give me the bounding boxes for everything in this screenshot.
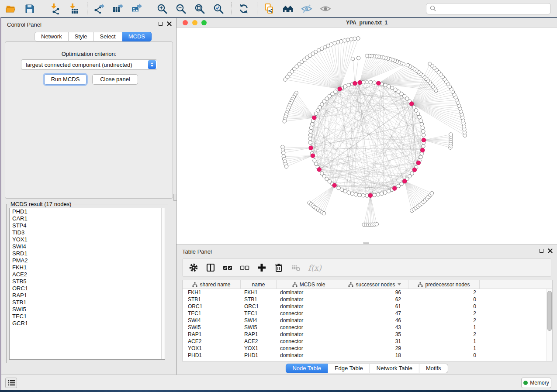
float-panel-icon[interactable] xyxy=(540,249,543,253)
table-cell[interactable]: ACE2 xyxy=(183,338,241,345)
mcds-hub-node[interactable] xyxy=(317,168,322,172)
network-node[interactable] xyxy=(419,155,422,159)
column-header-successor-nodes[interactable]: successor nodes xyxy=(341,280,408,289)
network-node[interactable] xyxy=(358,193,361,197)
table-cell[interactable]: STB1 xyxy=(241,296,277,303)
first-neighbors-icon[interactable] xyxy=(282,3,294,14)
mcds-hub-node[interactable] xyxy=(332,183,337,188)
table-cell[interactable]: 43 xyxy=(341,324,408,331)
table-cell[interactable]: connector xyxy=(277,338,341,345)
network-node[interactable] xyxy=(361,194,365,197)
network-node[interactable] xyxy=(339,40,343,43)
network-node[interactable] xyxy=(353,37,356,41)
mcds-hub-node[interactable] xyxy=(353,81,357,86)
table-cell[interactable]: YOX1 xyxy=(241,345,277,352)
table-row[interactable]: FKH1FKH1dominator962 xyxy=(183,289,547,296)
mcds-hub-node[interactable] xyxy=(421,148,425,152)
table-cell[interactable]: 2 xyxy=(408,331,480,338)
network-node[interactable] xyxy=(309,126,313,129)
table-scrollbar[interactable] xyxy=(547,289,552,361)
table-cell[interactable]: RAP1 xyxy=(183,331,241,338)
mcds-result-list[interactable]: PHD1CAR1STP4TID3YOX1SWI4SRD1PMA2FKH1ACE2… xyxy=(9,208,165,360)
mcds-result-item[interactable]: ORC1 xyxy=(10,285,165,292)
network-node[interactable] xyxy=(365,54,369,58)
network-node[interactable] xyxy=(428,62,432,65)
network-node[interactable] xyxy=(375,223,378,226)
table-cell[interactable]: dominator xyxy=(277,317,341,324)
table-cell[interactable]: ORC1 xyxy=(183,303,241,310)
mcds-result-item[interactable]: PHD1 xyxy=(10,208,165,215)
network-node[interactable] xyxy=(430,192,433,195)
table-settings-icon[interactable] xyxy=(189,263,198,272)
network-node[interactable] xyxy=(313,159,316,162)
zoom-in-icon[interactable] xyxy=(156,3,168,14)
mcds-result-item[interactable]: SWI4 xyxy=(10,243,165,250)
network-node[interactable] xyxy=(369,80,372,84)
deselect-all-rows-icon[interactable] xyxy=(240,263,249,272)
table-cell[interactable]: 0 xyxy=(408,303,480,310)
table-cell[interactable]: ACE2 xyxy=(241,338,277,345)
delete-column-icon[interactable] xyxy=(274,263,284,272)
table-cell[interactable]: 18 xyxy=(341,352,408,359)
table-cell[interactable]: dominator xyxy=(277,352,341,359)
panel-splitter-handle[interactable] xyxy=(173,194,177,201)
table-scrollbar-thumb[interactable] xyxy=(547,291,552,331)
mcds-hub-node[interactable] xyxy=(409,102,414,106)
network-node[interactable] xyxy=(310,122,314,126)
table-cell[interactable]: PHD1 xyxy=(241,352,277,359)
mcds-list-scrollbar[interactable] xyxy=(161,208,165,359)
column-header-predecessor-nodes[interactable]: predecessor nodes xyxy=(408,280,480,289)
table-cell[interactable]: SWI5 xyxy=(241,324,277,331)
table-cell[interactable]: STB1 xyxy=(183,296,241,303)
tab-network-table[interactable]: Network Table xyxy=(370,364,419,373)
memory-button[interactable]: Memory xyxy=(521,378,551,388)
tab-node-table[interactable]: Node Table xyxy=(285,364,328,373)
table-row[interactable]: SWI4SWI4dominator462 xyxy=(183,317,547,324)
panel-list-button[interactable] xyxy=(5,378,17,388)
export-image-icon[interactable] xyxy=(131,3,142,14)
export-network-icon[interactable] xyxy=(93,3,105,14)
show-columns-icon[interactable] xyxy=(206,263,215,272)
network-node[interactable] xyxy=(422,130,425,133)
network-node[interactable] xyxy=(343,39,346,42)
network-node[interactable] xyxy=(418,115,421,119)
table-cell[interactable]: dominator xyxy=(277,303,341,310)
table-cell[interactable]: 2 xyxy=(408,289,480,296)
new-network-from-selection-icon[interactable] xyxy=(263,3,275,14)
close-panel-icon[interactable] xyxy=(167,21,172,26)
mcds-hub-node[interactable] xyxy=(311,154,315,158)
network-node[interactable] xyxy=(422,144,425,148)
network-node[interactable] xyxy=(308,133,312,137)
network-node[interactable] xyxy=(365,80,369,84)
network-node[interactable] xyxy=(406,63,409,67)
network-node[interactable] xyxy=(356,56,360,60)
add-column-icon[interactable] xyxy=(257,263,266,272)
zoom-out-icon[interactable] xyxy=(175,3,187,14)
mcds-hub-node[interactable] xyxy=(422,138,426,142)
column-header-mcds-role[interactable]: MCDS role xyxy=(277,280,341,289)
mcds-result-item[interactable]: PMA2 xyxy=(10,257,165,264)
table-cell[interactable]: dominator xyxy=(277,289,341,296)
network-node[interactable] xyxy=(390,86,394,89)
tab-style[interactable]: Style xyxy=(69,32,94,41)
network-node[interactable] xyxy=(412,106,416,109)
network-node[interactable] xyxy=(283,120,286,123)
table-cell[interactable]: 29 xyxy=(341,345,408,352)
mcds-result-item[interactable]: TID3 xyxy=(10,229,165,236)
mcds-hub-node[interactable] xyxy=(358,80,362,85)
table-row[interactable]: STB1STB1dominator620 xyxy=(183,296,547,303)
network-node[interactable] xyxy=(309,130,312,133)
mcds-hub-node[interactable] xyxy=(416,161,421,165)
table-cell[interactable]: 1 xyxy=(408,338,480,345)
network-node[interactable] xyxy=(347,191,350,194)
table-cell[interactable]: ORC1 xyxy=(241,303,277,310)
tab-motifs[interactable]: Motifs xyxy=(419,364,448,373)
network-node[interactable] xyxy=(419,119,422,122)
column-header-shared-name[interactable]: shared name xyxy=(183,280,241,289)
mcds-result-item[interactable]: STB5 xyxy=(10,278,165,285)
network-node[interactable] xyxy=(284,78,287,81)
table-cell[interactable]: dominator xyxy=(277,331,341,338)
mcds-hub-node[interactable] xyxy=(312,116,317,120)
table-cell[interactable]: dominator xyxy=(277,296,341,303)
optimization-criterion-select[interactable]: largest connected component (undirected) xyxy=(21,59,157,70)
